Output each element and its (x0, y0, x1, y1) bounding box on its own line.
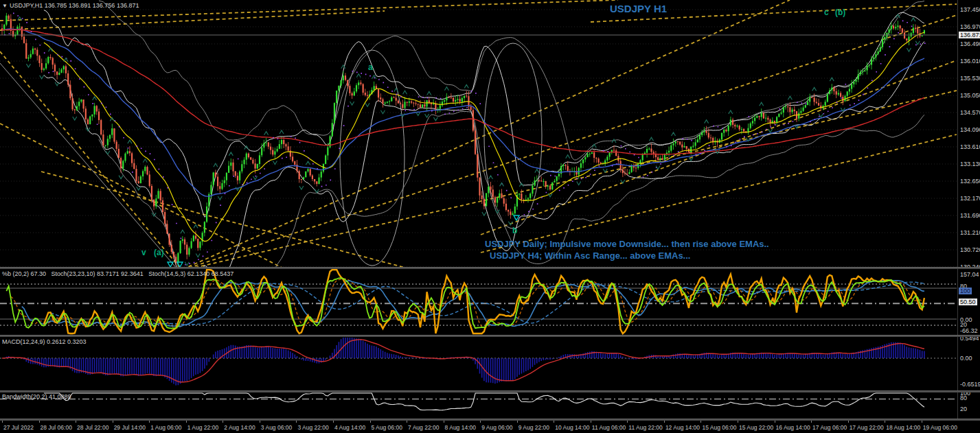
indicator-axis-label: -66.32 (960, 327, 978, 334)
stochastic-panel[interactable] (0, 268, 957, 335)
svg-text:c: c (824, 8, 829, 17)
time-tick (775, 421, 775, 423)
time-axis-label: 8 Aug 14:00 (445, 424, 476, 431)
time-tick (885, 421, 885, 423)
time-axis-label: 10 Aug 14:00 (555, 424, 589, 431)
panel-splitter-4[interactable] (0, 419, 980, 421)
macd-panel-label: MACD(12,24,9) 0.2612 0.3203 (2, 338, 87, 345)
indicator-axis-label: 0.00 (960, 355, 972, 362)
stoch-panel-label: %b (20,2) 67.30 Stoch(23,23,10) 83.7171 … (2, 270, 233, 277)
panel-splitter-3[interactable] (0, 390, 980, 393)
price-axis-label: 131.690 (960, 212, 980, 219)
indicator-axis-label: 100 (959, 288, 972, 294)
price-axis-label: 136.490 (960, 40, 980, 47)
time-axis-label: 3 Aug 22:00 (297, 424, 328, 431)
time-tick (186, 421, 187, 423)
time-tick (480, 421, 481, 423)
time-tick (333, 421, 334, 423)
price-axis-label: 133.130 (960, 161, 980, 167)
time-tick (407, 421, 407, 423)
svg-text:b: b (512, 226, 517, 235)
time-axis-label: 3 Aug 06:00 (261, 424, 292, 431)
svg-text:(a): (a) (154, 248, 164, 257)
price-axis-label: 135.530 (960, 75, 980, 82)
price-axis-label: 134.570 (960, 109, 980, 116)
svg-text:v: v (141, 248, 146, 257)
time-tick (296, 421, 297, 423)
time-tick (260, 421, 260, 423)
trading-chart-window[interactable]: c(b)abv(a) ▼USDJPY,H1 136.785 136.891 13… (0, 0, 980, 433)
time-axis-label: 12 Aug 14:00 (665, 424, 700, 431)
indicator-axis-label: 80 (960, 395, 967, 401)
bandwidth-panel[interactable] (0, 392, 957, 419)
price-axis-label: 131.210 (960, 229, 980, 236)
time-axis-label: 1 Aug 06:00 (150, 424, 181, 431)
price-axis-label: 132.650 (960, 178, 980, 185)
time-axis-label: 11 Aug 06:00 (592, 424, 626, 431)
time-axis-label: 1 Aug 22:00 (187, 424, 218, 431)
time-tick (149, 421, 150, 423)
svg-text:(b): (b) (835, 8, 845, 17)
time-axis-label: 2 Aug 14:00 (224, 424, 255, 431)
price-axis-label: 136.970 (960, 23, 980, 30)
time-tick (554, 421, 554, 423)
symbol-dropdown-icon[interactable]: ▼ (2, 3, 8, 9)
time-tick (39, 421, 40, 423)
price-axis-label: 135.050 (960, 92, 980, 99)
time-axis-label: 9 Aug 06:00 (481, 424, 512, 431)
analysis-note-h4: USDJPY H4; Within Asc Range... above EMA… (490, 250, 690, 261)
price-axis-label: 133.610 (960, 143, 980, 150)
main-price-chart[interactable]: c(b)abv(a) (0, 0, 980, 267)
time-axis-label: 18 Aug 14:00 (886, 424, 920, 431)
time-axis-label: 28 Jul 22:00 (77, 424, 109, 431)
time-axis-label: 7 Aug 22:00 (408, 424, 439, 431)
time-tick (370, 421, 371, 423)
time-axis-label: 11 Aug 22:00 (628, 424, 662, 431)
time-tick (664, 421, 665, 423)
svg-text:a: a (368, 62, 373, 72)
chart-ohlc-header: ▼USDJPY,H1 136.785 136.891 136.756 136.8… (2, 2, 139, 9)
price-axis-label: 136.010 (960, 58, 980, 65)
indicator-axis-label: -0.6519 (960, 381, 980, 388)
time-tick (700, 421, 701, 423)
indicator-axis-label: 50.50 (959, 299, 977, 305)
time-axis-label: 5 Aug 06:00 (372, 424, 402, 431)
price-axis[interactable]: 137.450136.970136.490136.010135.530135.0… (957, 0, 980, 420)
time-tick (811, 421, 812, 423)
chart-title-annotation: USDJPY H1 (610, 3, 667, 14)
price-axis-label: 132.170 (960, 195, 980, 202)
time-axis-label: 9 Aug 22:00 (519, 424, 549, 431)
time-axis-label: 17 Aug 06:00 (812, 424, 847, 431)
time-tick (444, 421, 444, 423)
price-axis-label: 130.720 (960, 246, 980, 253)
indicator-axis-label: 20 (960, 406, 967, 412)
time-tick (517, 421, 518, 423)
time-axis-label: 17 Aug 22:00 (850, 424, 884, 431)
time-axis-label: 27 Jul 2022 (3, 424, 34, 431)
time-axis-label: 4 Aug 14:00 (334, 424, 365, 431)
time-axis-label: 15 Aug 06:00 (702, 424, 736, 431)
macd-panel[interactable] (0, 336, 957, 390)
current-price-box: 136.871 (959, 32, 980, 38)
time-tick (738, 421, 738, 423)
time-tick (627, 421, 628, 423)
time-tick (591, 421, 591, 423)
time-tick (223, 421, 223, 423)
panel-splitter-1[interactable] (0, 267, 980, 269)
time-tick (848, 421, 849, 423)
analysis-note-daily: USDJPY Daily; Impulsive move Downside...… (485, 239, 769, 249)
time-axis[interactable]: 27 Jul 202228 Jul 06:0028 Jul 22:0029 Ju… (0, 420, 980, 433)
time-axis-label: 15 Aug 22:00 (739, 424, 773, 431)
time-tick (922, 421, 922, 423)
time-axis-label: 19 Aug 06:00 (923, 424, 957, 431)
time-axis-label: 16 Aug 14:00 (776, 424, 810, 431)
bandwidth-panel-label: Bandwidth(20,2) 41.0889 (2, 393, 71, 400)
panel-splitter-2[interactable] (0, 335, 980, 337)
price-axis-label: 134.090 (960, 126, 980, 133)
ohlc-text: USDJPY,H1 136.785 136.891 136.756 136.87… (10, 2, 139, 9)
indicator-axis-label: 157.04 (960, 271, 979, 278)
time-axis-label: 29 Jul 14:00 (114, 424, 146, 431)
time-tick (113, 421, 113, 423)
time-axis-label: 28 Jul 06:00 (41, 424, 72, 431)
time-tick (76, 421, 76, 423)
